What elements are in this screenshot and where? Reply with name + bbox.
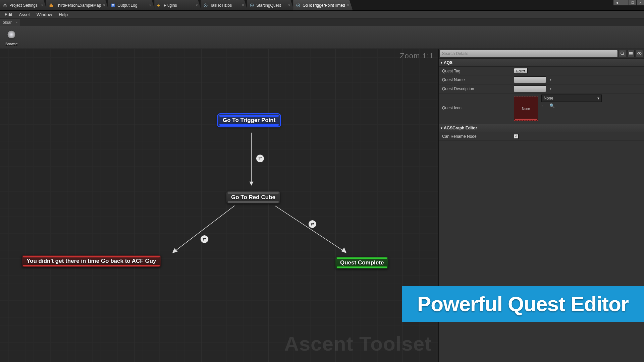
quest-icon-thumbnail[interactable]: None	[514, 97, 538, 121]
svg-point-10	[7, 31, 15, 39]
tab-label: Plugins	[164, 3, 177, 8]
tab-goto-trigger-point-timed[interactable]: GoToTriggerPointTimed×	[293, 0, 353, 10]
source-control-icon[interactable]: ◆	[613, 0, 621, 5]
can-rename-checkbox[interactable]: ✓	[514, 134, 519, 139]
marketing-banner: Powerful Quest Editor	[402, 286, 644, 322]
svg-point-0	[4, 4, 6, 6]
tab-plugins[interactable]: Plugins×	[154, 0, 201, 10]
node-success[interactable]: Quest Complete	[335, 257, 388, 269]
matrix-view-icon[interactable]	[627, 50, 635, 57]
tab-label: GoToTriggerPointTimed	[303, 3, 345, 8]
asset-icon	[203, 3, 208, 8]
prop-label: Can Rename Node	[439, 133, 512, 140]
chevron-down-icon: ▾	[523, 69, 525, 73]
chevron-down-icon[interactable]: ▾	[548, 77, 553, 82]
menu-window[interactable]: Window	[33, 11, 55, 18]
section-aqs-header[interactable]: ▾AQS	[439, 59, 644, 67]
node-mid[interactable]: Go To Red Cube	[226, 191, 280, 203]
close-icon[interactable]: ×	[41, 3, 43, 7]
tab-label: Output Log	[117, 3, 137, 8]
svg-rect-27	[629, 53, 633, 54]
quest-icon-dropdown[interactable]: None▾	[541, 95, 602, 102]
graph-canvas[interactable]: Zoom 1:1 ⇄ ⇄ ⇄ Go To Trigger Point Go To…	[0, 49, 439, 362]
search-input[interactable]	[440, 50, 618, 57]
browse-label: Browse	[5, 42, 18, 46]
svg-marker-13	[249, 182, 253, 186]
watermark: Ascent Toolset	[284, 332, 432, 355]
svg-rect-2	[50, 3, 52, 5]
tab-output-log[interactable]: Output Log×	[108, 0, 155, 10]
use-selected-icon[interactable]: ←	[541, 103, 547, 109]
svg-point-29	[639, 53, 640, 54]
prop-label: Quest Name	[439, 76, 512, 83]
tab-starting-quest[interactable]: StartingQuest×	[247, 0, 294, 10]
close-icon[interactable]: ×	[103, 3, 105, 7]
close-icon[interactable]: ×	[288, 3, 290, 7]
tab-project-settings[interactable]: Project Settings×	[0, 0, 47, 10]
search-icon[interactable]	[619, 50, 626, 57]
chevron-down-icon: ▾	[597, 96, 599, 101]
prop-can-rename-node: Can Rename Node ✓	[439, 132, 644, 141]
eye-icon[interactable]	[636, 50, 643, 57]
tab-label: StartingQuest	[256, 3, 281, 8]
node-label: Go To Red Cube	[231, 194, 275, 200]
svg-text:⇄: ⇄	[311, 222, 314, 227]
details-search-row	[439, 49, 644, 59]
tab-talk-to-tizios[interactable]: TalkToTizios×	[201, 0, 248, 10]
close-icon[interactable]: ×	[149, 3, 151, 7]
minimize-button[interactable]: —	[621, 0, 629, 5]
browse-to-asset-icon[interactable]: 🔍	[549, 103, 555, 109]
prop-quest-tag: Quest Tag Edit▾	[439, 67, 644, 75]
svg-point-5	[205, 5, 207, 6]
window-controls: ◆ — ☐ ✕	[613, 0, 644, 6]
prop-quest-name: Quest Name ▾	[439, 75, 644, 84]
collapse-icon: ▾	[441, 61, 442, 64]
prop-label: Quest Description	[439, 85, 512, 93]
node-start[interactable]: Go To Trigger Point	[218, 114, 280, 126]
node-label: Go To Trigger Point	[223, 117, 275, 123]
close-icon[interactable]: ×	[196, 3, 198, 7]
graph-edges: ⇄ ⇄ ⇄	[0, 49, 438, 362]
close-icon[interactable]: ×	[347, 3, 349, 7]
browse-button[interactable]: Browse	[3, 28, 20, 47]
quest-description-field[interactable]	[514, 85, 546, 92]
svg-rect-26	[629, 52, 633, 53]
close-icon[interactable]: ×	[16, 21, 17, 24]
quest-name-field[interactable]	[514, 76, 546, 83]
svg-rect-28	[629, 55, 633, 55]
section-title: AQS	[444, 60, 452, 65]
browse-icon	[5, 29, 17, 41]
svg-marker-17	[172, 248, 178, 253]
chevron-down-icon[interactable]: ▾	[548, 86, 553, 91]
svg-line-16	[174, 206, 235, 252]
toolbar-tab[interactable]: olbar×	[0, 19, 20, 26]
tab-label: TalkToTizios	[210, 3, 232, 8]
svg-point-7	[252, 5, 253, 6]
quest-tag-edit-button[interactable]: Edit▾	[514, 68, 528, 74]
menu-asset[interactable]: Asset	[15, 11, 33, 18]
close-window-button[interactable]: ✕	[637, 0, 644, 5]
gear-icon	[3, 3, 7, 8]
svg-point-9	[298, 5, 299, 6]
menu-edit[interactable]: Edit	[1, 11, 15, 18]
node-label: Quest Complete	[340, 259, 384, 266]
section-title: AGSGraph Editor	[444, 126, 477, 130]
prop-label: Quest Icon	[439, 94, 512, 112]
section-graph-editor-header[interactable]: ▾AGSGraph Editor	[439, 124, 644, 132]
maximize-button[interactable]: ☐	[629, 0, 636, 5]
plugin-icon	[157, 3, 162, 8]
zoom-indicator: Zoom 1:1	[400, 52, 434, 60]
level-icon	[49, 3, 54, 8]
close-icon[interactable]: ×	[242, 3, 244, 7]
toolbar: Browse	[0, 26, 644, 49]
svg-text:⇄: ⇄	[258, 156, 262, 161]
node-fail[interactable]: You didn't get there in time Go back to …	[22, 255, 161, 267]
svg-rect-1	[50, 5, 53, 7]
prop-quest-icon: Quest Icon None None▾ ← 🔍	[439, 94, 644, 124]
tab-example-map[interactable]: ThirdPersonExampleMap×	[46, 0, 109, 10]
svg-line-20	[275, 206, 344, 252]
node-label: You didn't get there in time Go back to …	[26, 258, 156, 264]
menu-help[interactable]: Help	[55, 11, 71, 18]
asset-icon	[296, 3, 301, 8]
prop-label: Quest Tag	[439, 67, 512, 75]
